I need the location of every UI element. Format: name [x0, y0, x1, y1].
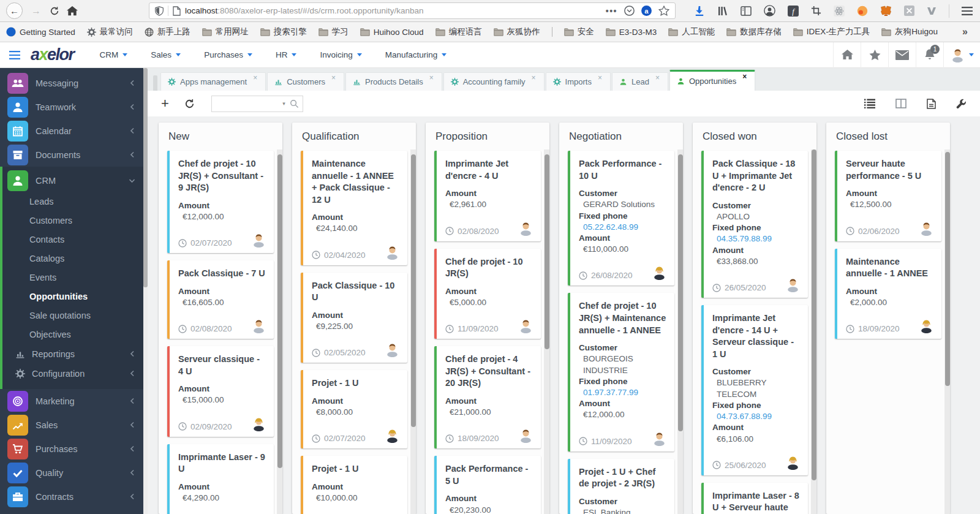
bookmark-[interactable]: 新手上路 — [145, 26, 190, 37]
kanban-card[interactable]: Projet - 1 UAmount€8,000.0002/07/2020 — [301, 370, 407, 448]
home-button[interactable] — [833, 42, 861, 68]
tab-close-icon[interactable]: × — [331, 73, 336, 83]
scrollbar-thumb[interactable] — [812, 149, 816, 480]
kanban-card[interactable]: Maintenance annuelle - 1 ANNEEAmount€2,0… — [835, 249, 941, 339]
kanban-card[interactable]: Pack Performance - 10 UCustomerGERARD So… — [568, 151, 674, 285]
bookmark-[interactable]: 学习 — [318, 26, 349, 37]
tab-accounting-family[interactable]: Accounting family× — [443, 72, 545, 91]
nav-menu-invoicing[interactable]: Invoicing — [320, 50, 361, 59]
url-text[interactable]: localhost:8080/axelor-erp-latest/#/ds/cr… — [185, 6, 601, 15]
tab-scroll-nub[interactable] — [153, 75, 157, 91]
addon-disabled-icon[interactable] — [904, 6, 914, 16]
column-scrollbar[interactable] — [544, 149, 549, 514]
sidebar-item-quality[interactable]: Quality — [0, 461, 148, 485]
kanban-card[interactable]: Projet - 1 UAmount€10,000.0002/08/2020 — [301, 456, 407, 514]
scrollbar-thumb[interactable] — [678, 154, 683, 431]
search-caret-icon[interactable]: ▾ — [282, 100, 285, 107]
add-record-button[interactable]: + — [161, 97, 169, 110]
sidebar-item-catalogs[interactable]: Catalogs — [2, 249, 148, 268]
sidebar-item-customers[interactable]: Customers — [2, 211, 148, 230]
search-icon[interactable] — [290, 99, 299, 108]
bookmark-[interactable]: 搜索引擎 — [260, 26, 307, 37]
tab-imports[interactable]: Imports× — [546, 72, 611, 91]
tab-close-icon[interactable]: × — [655, 73, 660, 83]
sidebar-item-objectives[interactable]: Objectives — [2, 325, 148, 344]
kanban-card[interactable]: Serveur haute performance - 5 UAmount€12… — [835, 151, 941, 241]
bookmark-huigou[interactable]: 灰狗Huigou — [881, 26, 938, 37]
sidebar-toggle-icon[interactable] — [741, 6, 752, 16]
site-favicon[interactable]: a — [641, 6, 652, 16]
sidebar-item-sale-quotations[interactable]: Sale quotations — [2, 306, 148, 325]
tab-products-details[interactable]: Products Details× — [345, 72, 442, 91]
kanban-card[interactable]: Pack Classique - 10 UAmount€9,225.0002/0… — [301, 273, 407, 363]
search-input[interactable] — [216, 99, 278, 108]
column-scrollbar[interactable] — [677, 149, 683, 514]
bookmark-huihoo-cloud[interactable]: Huihoo Cloud — [360, 28, 424, 37]
tab-apps-management[interactable]: Apps management× — [160, 72, 266, 91]
tab-customers[interactable]: Customers× — [267, 72, 344, 91]
scrollbar-thumb[interactable] — [545, 154, 549, 349]
sidebar-item-reportings[interactable]: Reportings — [2, 344, 148, 364]
kanban-card[interactable]: Imprimante Jet d'encre - 14 U + Serveur … — [701, 305, 808, 475]
tab-close-icon[interactable]: × — [532, 73, 536, 83]
card-field-value-phone-link[interactable]: 04.35.79.88.99 — [712, 233, 801, 244]
bookmark-[interactable]: 编程语言 — [435, 26, 482, 37]
form-view-icon[interactable] — [927, 99, 936, 109]
browser-home-button[interactable] — [67, 6, 78, 17]
addon-orange-icon[interactable] — [857, 6, 868, 17]
sidebar-item-documents[interactable]: Documents — [0, 143, 148, 167]
sidebar-item-opportunities[interactable]: Opportunities — [2, 287, 148, 306]
list-view-icon[interactable] — [864, 99, 875, 108]
bookmark-[interactable]: 安全 — [564, 26, 594, 37]
sidebar-scrollbar[interactable] — [143, 68, 148, 514]
reload-button[interactable] — [50, 6, 59, 16]
bookmark-[interactable]: 最常访问 — [87, 26, 133, 37]
sidebar-item-contracts[interactable]: Contracts — [0, 485, 148, 508]
sidebar-item-purchases[interactable]: Purchases — [0, 437, 148, 461]
nav-menu-sales[interactable]: Sales — [151, 50, 181, 59]
nav-menu-purchases[interactable]: Purchases — [204, 50, 252, 59]
page-icon[interactable] — [173, 6, 181, 16]
tab-close-icon[interactable]: × — [429, 73, 434, 83]
card-field-value-phone-link[interactable]: 05.22.62.48.99 — [579, 222, 667, 233]
scrollbar-thumb[interactable] — [411, 154, 416, 427]
sidebar-item-crm[interactable]: CRM — [2, 168, 148, 192]
sidebar-item-contacts[interactable]: Contacts — [2, 230, 148, 249]
browser-menu-icon[interactable] — [962, 7, 973, 15]
page-actions-icon[interactable]: ••• — [606, 6, 617, 16]
sidebar-item-messaging[interactable]: Messaging — [0, 71, 148, 95]
kanban-card[interactable]: Chef de projet - 4 JR(S) + Consultant - … — [434, 346, 541, 448]
kanban-card[interactable]: Chef de projet - 10 JR(S) + Consultant -… — [167, 151, 274, 253]
kanban-card[interactable]: Pack Classique - 7 UAmount€16,605.0002/0… — [167, 260, 274, 339]
kanban-card[interactable]: Maintenance annuelle - 1 ANNEE + Pack Cl… — [301, 151, 407, 265]
devtools-addon-icon[interactable] — [834, 6, 845, 17]
account-icon[interactable] — [764, 5, 775, 17]
kanban-card[interactable]: Chef de projet - 10 JR(S) + Maintenance … — [568, 293, 674, 451]
sidebar-item-teamwork[interactable]: Teamwork — [0, 95, 148, 119]
scrollbar-thumb[interactable] — [277, 154, 282, 468]
screenshot-icon[interactable] — [811, 6, 821, 16]
library-icon[interactable] — [717, 6, 728, 17]
refresh-icon[interactable] — [184, 99, 195, 109]
messages-button[interactable] — [888, 42, 916, 68]
back-button[interactable]: ← — [6, 2, 23, 19]
sidebar-item-leads[interactable]: Leads — [2, 192, 148, 211]
kanban-view-icon[interactable] — [895, 99, 907, 108]
kanban-card[interactable]: Serveur classique - 4 UAmount€15,000.000… — [167, 346, 274, 437]
kanban-card[interactable]: Chef de projet - 10 JR(S)Amount€5,000.00… — [434, 249, 541, 339]
favorites-button[interactable] — [861, 42, 888, 68]
sidebar-item-configuration[interactable]: Configuration — [2, 364, 148, 384]
bookmark-star-icon[interactable] — [658, 6, 669, 16]
tab-opportunities[interactable]: Opportunities× — [669, 70, 755, 91]
bookmark-e3-d3-m3[interactable]: E3-D3-M3 — [606, 28, 657, 37]
card-field-value-phone-link[interactable]: 04.73.67.88.99 — [712, 411, 801, 422]
url-bar[interactable]: localhost:8080/axelor-erp-latest/#/ds/cr… — [149, 2, 676, 19]
bookmark-getting-started[interactable]: Getting Started — [6, 27, 75, 37]
sidebar-item-sales[interactable]: Sales — [0, 413, 148, 437]
search-box[interactable]: ▾ — [211, 96, 303, 112]
bookmark-[interactable]: 人工智能 — [668, 26, 715, 37]
scrollbar-thumb[interactable] — [143, 68, 148, 287]
kanban-card[interactable]: Projet - 1 U + Chef de projet - 2 JR(S)C… — [568, 459, 674, 514]
bookmarks-overflow-icon[interactable]: » — [962, 26, 974, 37]
nav-menu-manufacturing[interactable]: Manufacturing — [385, 50, 447, 59]
